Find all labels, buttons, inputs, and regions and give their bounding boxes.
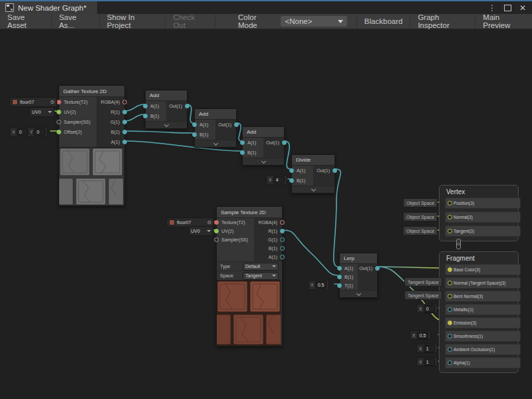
- port-b-in[interactable]: [289, 178, 294, 183]
- port-b-out[interactable]: [122, 130, 127, 134]
- save-asset-button[interactable]: Save Asset: [0, 14, 52, 29]
- node-sample-texture-2d[interactable]: Sample Texture 2D Texture(T2) RGBA(4) UV…: [216, 206, 283, 346]
- port-a-out[interactable]: [122, 140, 127, 144]
- wire-gather-r-add1-a[interactable]: [124, 101, 144, 111]
- port-texture-in[interactable]: [214, 220, 219, 225]
- port-rgba-out[interactable]: [122, 100, 127, 104]
- port-smoothness-in[interactable]: [448, 334, 452, 338]
- port-uv-in[interactable]: [214, 229, 219, 233]
- fragment-normal-space-tag[interactable]: Tangent Space: [404, 277, 442, 287]
- port-r-out[interactable]: [122, 110, 127, 114]
- wire-sample-r-lerp-b[interactable]: [282, 230, 338, 275]
- port-b-in[interactable]: [143, 114, 148, 118]
- collapse-chevron-icon[interactable]: [146, 121, 187, 128]
- block-row-alpha[interactable]: Alpha(1): [445, 357, 521, 368]
- block-row-position[interactable]: Position(3): [445, 198, 521, 209]
- block-row-bent-normal[interactable]: Bent Normal(3): [445, 291, 521, 302]
- color-mode-dropdown[interactable]: <None>: [281, 16, 346, 27]
- port-tangent-in[interactable]: [448, 229, 452, 233]
- port-uv-in[interactable]: [57, 110, 61, 114]
- port-sampler-in[interactable]: [214, 237, 219, 242]
- block-row-base-color[interactable]: Base Color(3): [445, 264, 521, 275]
- port-texture-in[interactable]: [57, 100, 61, 104]
- port-a-in[interactable]: [240, 140, 245, 145]
- fragment-smoothness-field[interactable]: X 0.5: [410, 331, 431, 340]
- port-b-out[interactable]: [280, 246, 285, 251]
- port-bent-normal-in[interactable]: [448, 294, 452, 299]
- port-r-out[interactable]: [280, 229, 285, 233]
- node-divide[interactable]: Divide A(1) Out(1) B(1): [291, 154, 335, 194]
- gather-texture-object-field[interactable]: floor07 ⊙: [9, 97, 57, 107]
- port-offset-in[interactable]: [57, 130, 61, 134]
- port-a-out[interactable]: [280, 255, 285, 259]
- node-add-2[interactable]: Add A(1) Out(1) B(1): [194, 108, 237, 148]
- collapse-chevron-icon[interactable]: [340, 290, 377, 297]
- node-add-3[interactable]: Add A(1) Out(1) B(1): [242, 126, 285, 166]
- graph-inspector-button[interactable]: Graph Inspector: [410, 14, 475, 29]
- wire-gather-b-add2-b[interactable]: [124, 131, 194, 133]
- block-row-tangent[interactable]: Tangent(3): [445, 225, 521, 237]
- port-out[interactable]: [185, 104, 190, 108]
- port-out[interactable]: [282, 140, 287, 145]
- port-out[interactable]: [234, 122, 239, 127]
- show-in-project-button[interactable]: Show In Project: [100, 14, 166, 29]
- block-row-normal[interactable]: Normal(3): [445, 211, 521, 223]
- gather-offset-field[interactable]: X 0 Y 0: [9, 127, 48, 137]
- port-ao-in[interactable]: [448, 347, 452, 352]
- vertex-context-block[interactable]: Vertex Position(3) Normal(3) Tangent(3): [439, 185, 519, 241]
- fragment-alpha-field[interactable]: X 1: [416, 357, 438, 366]
- fragment-context-block[interactable]: Fragment Base Color(3) Normal (Tangent S…: [439, 251, 519, 373]
- lerp-t-field[interactable]: X 0.5: [308, 280, 329, 290]
- save-as-button[interactable]: Save As...: [52, 14, 100, 29]
- port-g-out[interactable]: [122, 120, 127, 124]
- port-b-in[interactable]: [192, 132, 197, 137]
- object-picker-icon[interactable]: ⊙: [207, 220, 211, 225]
- collapse-chevron-icon[interactable]: [195, 140, 236, 147]
- port-a-in[interactable]: [192, 122, 197, 127]
- block-row-metallic[interactable]: Metallic(1): [445, 304, 521, 315]
- port-emission-in[interactable]: [448, 321, 452, 325]
- node-add-1[interactable]: Add A(1) Out(1) B(1): [145, 90, 188, 129]
- tab-shader-graph[interactable]: New Shader Graph*: [0, 1, 97, 14]
- blackboard-button[interactable]: Blackboard: [356, 14, 410, 29]
- port-rgba-out[interactable]: [280, 220, 285, 225]
- vertex-tangent-space-tag[interactable]: Object Space: [403, 226, 438, 235]
- fragment-metallic-field[interactable]: X 0: [416, 304, 438, 313]
- port-a-in[interactable]: [337, 266, 342, 271]
- port-base-color-in[interactable]: [448, 267, 452, 272]
- port-out[interactable]: [375, 266, 380, 271]
- main-preview-button[interactable]: Main Preview: [475, 14, 532, 29]
- port-position-in[interactable]: [448, 201, 452, 205]
- port-a-in[interactable]: [289, 168, 294, 173]
- node-gather-texture-2d[interactable]: Gather Texture 2D Texture(T2) RGBA(4) UV…: [59, 85, 125, 206]
- block-row-emission[interactable]: Emission(3): [445, 317, 521, 329]
- port-b-in[interactable]: [337, 275, 342, 279]
- fragment-bent-normal-space-tag[interactable]: Tangent Space: [404, 291, 442, 300]
- port-b-in[interactable]: [240, 150, 245, 155]
- vertex-position-space-tag[interactable]: Object Space: [403, 198, 438, 207]
- port-normal-in[interactable]: [448, 215, 452, 219]
- port-normal-ts-in[interactable]: [448, 281, 452, 285]
- menu-icon[interactable]: ⋮: [488, 3, 496, 13]
- block-row-ambient-occlusion[interactable]: Ambient Occlusion(1): [445, 344, 521, 355]
- object-picker-icon[interactable]: ⊙: [51, 100, 55, 105]
- port-alpha-in[interactable]: [448, 360, 452, 365]
- block-row-smoothness[interactable]: Smoothness(1): [445, 331, 521, 342]
- port-t-in[interactable]: [337, 283, 342, 288]
- maximize-icon[interactable]: [504, 5, 511, 11]
- port-sampler-in[interactable]: [57, 120, 61, 124]
- node-lerp[interactable]: Lerp A(1) Out(1) B(1) T(1): [339, 253, 378, 298]
- collapse-chevron-icon[interactable]: [243, 158, 284, 165]
- fragment-ao-field[interactable]: X 1: [416, 344, 438, 353]
- wire-gather-g-add1-b[interactable]: [124, 114, 144, 121]
- sample-uv-dropdown[interactable]: UV0: [188, 226, 213, 236]
- close-icon[interactable]: ✕: [519, 3, 526, 13]
- divide-b-field[interactable]: X 4: [266, 175, 287, 185]
- port-out[interactable]: [332, 168, 337, 173]
- sample-type-dropdown[interactable]: Default: [243, 263, 279, 271]
- port-a-in[interactable]: [143, 104, 148, 108]
- sample-space-dropdown[interactable]: Tangent: [243, 272, 279, 280]
- gather-uv-dropdown[interactable]: UV0: [29, 107, 55, 117]
- port-g-out[interactable]: [280, 237, 285, 242]
- block-row-normal-ts[interactable]: Normal (Tangent Space)(3): [445, 277, 521, 289]
